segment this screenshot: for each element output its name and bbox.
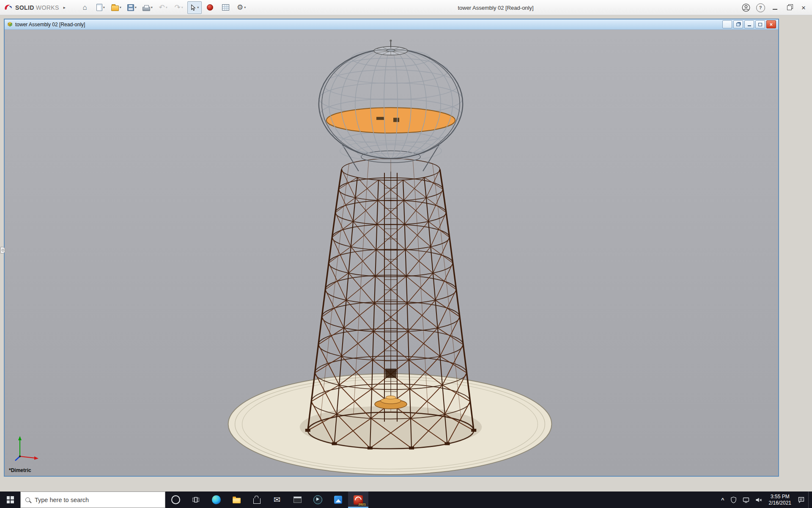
app-toolbar: SOLIDWORKS ▸ ⌂ ▾ ▾ ▾ ▾ ↶ ▾ ↷ ▾ ▾ ⚙ [0, 0, 812, 15]
user-account-icon [742, 3, 750, 12]
3d-tower-model[interactable] [5, 30, 778, 476]
help-button[interactable]: ? [754, 2, 766, 14]
app-restore-button[interactable] [783, 2, 795, 14]
search-icon [25, 497, 30, 502]
orientation-triad [12, 430, 44, 463]
task-view-button[interactable] [186, 491, 206, 508]
options-button[interactable]: ⚙ ▾ [234, 1, 249, 14]
doc-window-extra-button-2[interactable] [733, 20, 743, 28]
home-icon: ⌂ [83, 4, 87, 11]
store-button[interactable] [247, 491, 267, 508]
solidworks-logo: SOLIDWORKS ▸ [3, 3, 66, 12]
mail-button[interactable]: ✉ [267, 491, 287, 508]
doc-close-button[interactable]: × [766, 20, 776, 28]
undo-dropdown-arrow[interactable]: ▾ [166, 6, 167, 9]
brand-text-solid: SOLID [15, 4, 34, 11]
new-document-button[interactable]: ▾ [93, 1, 108, 14]
graphics-viewport[interactable]: *Dimetric [5, 30, 778, 476]
tray-date: 2/16/2021 [769, 500, 791, 506]
media-player-button[interactable] [307, 491, 328, 508]
close-icon: × [770, 22, 773, 27]
app-minimize-button[interactable] [769, 2, 781, 14]
help-icon: ? [756, 3, 765, 12]
file-explorer-button[interactable] [226, 491, 247, 508]
defender-shield-icon [730, 497, 737, 503]
sw-xpress-button[interactable] [203, 1, 217, 14]
start-button[interactable] [0, 491, 20, 508]
tray-time: 3:55 PM [769, 494, 791, 500]
app-close-button[interactable]: × [798, 2, 809, 14]
view-orientation-label: *Dimetric [9, 467, 31, 473]
save-button[interactable]: ▾ [125, 1, 139, 14]
volume-muted-icon [755, 497, 763, 503]
select-dropdown-arrow[interactable]: ▾ [197, 6, 199, 9]
document-titlebar[interactable]: tower Assembly 02 [Read-only] × [5, 19, 778, 30]
redo-button[interactable]: ↷ ▾ [172, 1, 186, 14]
print-dropdown-arrow[interactable]: ▾ [151, 6, 153, 9]
save-dropdown-arrow[interactable]: ▾ [135, 6, 137, 9]
file-explorer-icon [233, 498, 241, 503]
document-title: tower Assembly 02 [Read-only] [15, 22, 85, 28]
new-document-dropdown-arrow[interactable]: ▾ [103, 6, 105, 9]
ds-logo-icon [3, 3, 14, 12]
photos-button[interactable] [328, 491, 348, 508]
hidden-icons-caret-icon: ^ [721, 497, 724, 503]
close-icon: × [801, 4, 806, 11]
taskbar-search[interactable] [20, 491, 165, 508]
select-button[interactable]: ▾ [187, 1, 202, 14]
home-button[interactable]: ⌂ [78, 1, 92, 14]
app-window-title: tower Assembly 02 [Read-only] [458, 0, 533, 15]
cortana-button[interactable] [165, 491, 186, 508]
redo-dropdown-arrow[interactable]: ▾ [181, 6, 183, 9]
windows-stack-icon [736, 23, 740, 26]
display-tray-button[interactable] [740, 491, 752, 508]
open-folder-icon [111, 6, 119, 11]
evaluate-table-icon [222, 4, 229, 11]
taskbar-clock[interactable]: 3:55 PM 2/16/2021 [766, 494, 794, 506]
hidden-icons-button[interactable]: ^ [719, 491, 727, 508]
assembly-document-icon [7, 21, 13, 28]
action-center-icon [798, 496, 805, 503]
task-view-icon [192, 496, 200, 503]
defender-tray-button[interactable] [728, 491, 739, 508]
action-center-button[interactable] [795, 491, 807, 508]
print-button[interactable]: ▾ [140, 1, 155, 14]
media-player-icon [313, 495, 322, 504]
select-cursor-icon [190, 4, 196, 11]
windows-taskbar: ✉ 2021 ^ 3:55 PM 2/16/202 [0, 491, 812, 508]
volume-tray-button[interactable] [753, 491, 765, 508]
edge-browser-button[interactable] [206, 491, 226, 508]
doc-window-extra-button-1[interactable] [722, 20, 732, 28]
terminal-button[interactable] [287, 491, 307, 508]
edge-icon [212, 495, 221, 504]
document-window: tower Assembly 02 [Read-only] × *Dimetri… [4, 19, 779, 477]
panel-collapse-handle[interactable] [0, 247, 5, 254]
redo-icon: ↷ [175, 4, 181, 11]
minimize-icon [773, 9, 777, 10]
solidworks-taskbar-button[interactable]: 2021 [348, 491, 368, 508]
evaluate-button[interactable] [219, 1, 233, 14]
options-gear-icon: ⚙ [237, 4, 243, 11]
mail-envelope-icon: ✉ [274, 496, 280, 504]
undo-icon: ↶ [159, 4, 165, 11]
display-icon [743, 497, 749, 503]
new-document-icon [96, 4, 102, 11]
photos-icon [334, 496, 342, 504]
doc-restore-button[interactable] [755, 20, 765, 28]
minimize-icon [748, 25, 751, 26]
show-desktop-button[interactable] [808, 491, 811, 508]
doc-minimize-button[interactable] [744, 20, 754, 28]
solidworks-year-badge: 2021 [358, 502, 366, 506]
undo-button[interactable]: ↶ ▾ [156, 1, 170, 14]
brand-expand-arrow[interactable]: ▸ [63, 5, 66, 10]
account-button[interactable] [740, 2, 752, 14]
restore-icon [758, 23, 762, 26]
search-input[interactable] [34, 496, 160, 504]
options-dropdown-arrow[interactable]: ▾ [244, 6, 246, 9]
windows-logo-icon [7, 496, 14, 503]
window-icon [726, 23, 729, 26]
system-tray: ^ 3:55 PM 2/16/2021 [719, 491, 812, 508]
open-dropdown-arrow[interactable]: ▾ [120, 6, 121, 9]
cortana-icon [171, 495, 180, 504]
open-button[interactable]: ▾ [109, 1, 123, 14]
